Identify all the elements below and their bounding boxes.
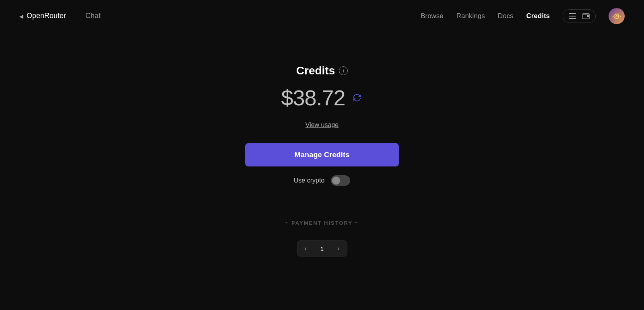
page-title: Credits <box>296 64 335 77</box>
wallet-button[interactable] <box>580 11 592 21</box>
credits-value: $38.72 <box>281 85 345 110</box>
credits-title-row: Credits i <box>296 64 348 77</box>
nav-credits-link[interactable]: Credits <box>526 12 550 20</box>
pagination: ‹ 1 › <box>297 240 347 257</box>
navbar: ◂ OpenRouter Chat Browse Rankings Docs C… <box>0 0 644 32</box>
credits-amount-row: $38.72 <box>281 85 363 110</box>
svg-rect-0 <box>569 13 576 14</box>
menu-button[interactable] <box>566 12 578 21</box>
prev-page-button[interactable]: ‹ <box>297 241 314 256</box>
nav-docs-link[interactable]: Docs <box>498 12 514 20</box>
hamburger-icon <box>569 13 576 19</box>
current-page-number: 1 <box>314 241 330 256</box>
refresh-button[interactable] <box>351 92 363 104</box>
nav-rankings-link[interactable]: Rankings <box>456 12 485 20</box>
refresh-icon <box>353 93 361 102</box>
nav-browse-link[interactable]: Browse <box>421 12 444 20</box>
logo-icon: ◂ <box>19 11 23 21</box>
info-icon[interactable]: i <box>339 66 348 75</box>
logo-text: OpenRouter <box>27 12 66 20</box>
section-divider <box>181 202 463 202</box>
view-usage-link[interactable]: View usage <box>305 121 339 129</box>
manage-credits-button[interactable]: Manage Credits <box>245 143 399 166</box>
crypto-toggle[interactable] <box>331 175 350 186</box>
svg-rect-1 <box>569 16 576 16</box>
nav-chat-link[interactable]: Chat <box>85 12 101 20</box>
nav-action-group <box>563 9 596 23</box>
wallet-icon <box>582 13 590 19</box>
next-page-button[interactable]: › <box>330 241 347 256</box>
svg-rect-4 <box>587 15 589 17</box>
payment-history-label: ~ PAYMENT HISTORY ~ <box>285 220 359 226</box>
crypto-row: Use crypto <box>294 175 350 186</box>
crypto-label: Use crypto <box>294 177 324 184</box>
main-content: Credits i $38.72 View usage Manage Credi… <box>0 32 644 257</box>
toggle-thumb <box>332 177 340 185</box>
logo-link[interactable]: ◂ OpenRouter <box>19 11 66 21</box>
avatar-emoji: 🐵 <box>612 11 622 21</box>
svg-rect-2 <box>569 18 576 19</box>
nav-right: Browse Rankings Docs Credits 🐵 <box>421 8 625 24</box>
avatar[interactable]: 🐵 <box>609 8 625 24</box>
